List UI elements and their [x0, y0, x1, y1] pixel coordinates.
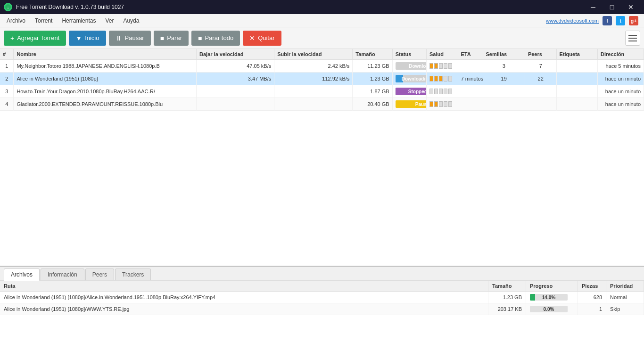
col-upload-speed: Subir la velocidad [274, 49, 353, 60]
files-col-pieces: Piezas [578, 281, 606, 292]
menu-torrent[interactable]: Torrent [30, 16, 57, 26]
googleplus-button[interactable]: g+ [629, 16, 638, 25]
row-status: Paused [392, 98, 426, 111]
row-num: 3 [0, 85, 14, 98]
menu-ver[interactable]: Ver [100, 16, 118, 26]
col-health: Salud [426, 49, 458, 60]
file-progress: 14.0% [526, 292, 578, 303]
row-download-speed [197, 98, 274, 111]
titlebar: ↓ Free Torrent Download v. 1.0.73 build … [0, 0, 644, 14]
row-health [426, 85, 458, 98]
row-eta [458, 98, 483, 111]
menubar: Archivo Torrent Herramientas Ver Auyda w… [0, 14, 644, 27]
row-label [556, 85, 597, 98]
row-direction: hace un minuto [598, 73, 644, 85]
stop-button[interactable]: ■ Parar [154, 31, 189, 46]
files-table: Ruta Tamaño Progreso Piezas Prioridad Al… [0, 281, 644, 315]
row-size: 11.23 GB [353, 60, 392, 73]
row-status: Downloading [392, 60, 426, 73]
file-path: Alice in Wonderland (1951) [1080p]/WWW.Y… [0, 303, 488, 315]
start-button[interactable]: ▼ Inicio [69, 31, 106, 46]
close-button[interactable]: ✕ [621, 0, 640, 14]
bottom-tab-trackers[interactable]: Trackers [115, 269, 151, 280]
row-download-speed: 3.47 MB/s [197, 73, 274, 85]
row-upload-speed [274, 98, 353, 111]
row-label [556, 60, 597, 73]
file-pieces: 1 [578, 303, 606, 315]
row-seeds: 3 [483, 60, 525, 73]
pause-icon: ⏸ [116, 34, 122, 42]
table-header: # Nombre Bajar la velocidad Subir la vel… [0, 49, 644, 60]
row-upload-speed [274, 85, 353, 98]
table-row[interactable]: 3How.to.Train.Your.Dragon.2010.1080p.Blu… [0, 85, 644, 98]
files-col-priority: Prioridad [606, 281, 644, 292]
website-link[interactable]: www.dvdvideosoft.com [546, 18, 599, 24]
row-eta: 7 minutos 16 segun [458, 73, 483, 85]
menu-archivo[interactable]: Archivo [2, 16, 30, 26]
minimize-button[interactable]: ─ [584, 0, 603, 14]
app-title: Free Torrent Download v. 1.0.73 build 10… [16, 4, 584, 10]
window-controls: ─ □ ✕ [584, 0, 640, 14]
hamburger-menu-button[interactable] [625, 31, 640, 46]
file-size: 1.23 GB [488, 292, 526, 303]
toolbar: + Agregar Torrent ▼ Inicio ⏸ Pausar ■ Pa… [0, 27, 644, 49]
file-priority: Skip [606, 303, 644, 315]
download-table-body: 1My.Neighbor.Totoro.1988.JAPANESE.AND.EN… [0, 60, 644, 111]
row-health [426, 98, 458, 111]
row-label [556, 73, 597, 85]
stop-icon: ■ [160, 34, 164, 42]
row-seeds: 19 [483, 73, 525, 85]
row-seeds [483, 98, 525, 111]
quit-button[interactable]: ✕ Quitar [243, 31, 281, 46]
files-col-path: Ruta [0, 281, 488, 292]
maximize-button[interactable]: □ [603, 0, 621, 14]
col-size: Tamaño [353, 49, 392, 60]
row-num: 4 [0, 98, 14, 111]
file-progress: 0.0% [526, 303, 578, 315]
row-status: Downloading 14.2% [392, 73, 426, 85]
row-size: 1.23 GB [353, 73, 392, 85]
stop-all-icon: ■ [198, 34, 202, 42]
hamburger-line-2 [628, 38, 637, 39]
app-icon: ↓ [4, 3, 12, 11]
row-eta [458, 85, 483, 98]
file-row[interactable]: Alice in Wonderland (1951) [1080p]/WWW.Y… [0, 303, 644, 315]
add-torrent-button[interactable]: + Agregar Torrent [4, 31, 66, 46]
row-seeds [483, 85, 525, 98]
add-icon: + [10, 34, 14, 42]
add-torrent-label: Agregar Torrent [17, 34, 59, 41]
twitter-button[interactable]: t [616, 16, 625, 25]
row-peers [525, 98, 556, 111]
bottom-tab-archivos[interactable]: Archivos [4, 269, 40, 281]
col-name: Nombre [14, 49, 197, 60]
col-seeds: Semillas [483, 49, 525, 60]
row-num: 1 [0, 60, 14, 73]
bottom-tab-información[interactable]: Información [41, 269, 84, 280]
row-health [426, 73, 458, 85]
svg-text:↓: ↓ [7, 5, 9, 10]
pause-button[interactable]: ⏸ Pausar [109, 31, 151, 46]
row-direction: hace 5 minutos [598, 60, 644, 73]
row-upload-speed: 112.92 kB/s [274, 73, 353, 85]
hamburger-line-3 [628, 41, 637, 41]
row-download-speed [197, 85, 274, 98]
download-table-area: # Nombre Bajar la velocidad Subir la vel… [0, 49, 644, 267]
stop-all-button[interactable]: ■ Parar todo [191, 31, 240, 46]
file-size: 203.17 KB [488, 303, 526, 315]
col-status: Status [392, 49, 426, 60]
start-icon: ▼ [75, 34, 82, 42]
col-num: # [0, 49, 14, 60]
facebook-button[interactable]: f [603, 16, 612, 25]
row-peers: 22 [525, 73, 556, 85]
bottom-tabs: ArchivosInformaciónPeersTrackers [0, 267, 644, 281]
file-row[interactable]: Alice in Wonderland (1951) [1080p]/Alice… [0, 292, 644, 303]
table-row[interactable]: 2Alice in Wonderland (1951) [1080p]3.47 … [0, 73, 644, 85]
menu-herramientas[interactable]: Herramientas [57, 16, 100, 26]
menu-auyda[interactable]: Auyda [118, 16, 144, 26]
table-row[interactable]: 4Gladiator.2000.EXTENDED.PARAMOUNT.REISS… [0, 98, 644, 111]
files-col-progress: Progreso [526, 281, 578, 292]
table-row[interactable]: 1My.Neighbor.Totoro.1988.JAPANESE.AND.EN… [0, 60, 644, 73]
bottom-tab-peers[interactable]: Peers [85, 269, 114, 280]
row-size: 1.87 GB [353, 85, 392, 98]
file-priority: Normal [606, 292, 644, 303]
